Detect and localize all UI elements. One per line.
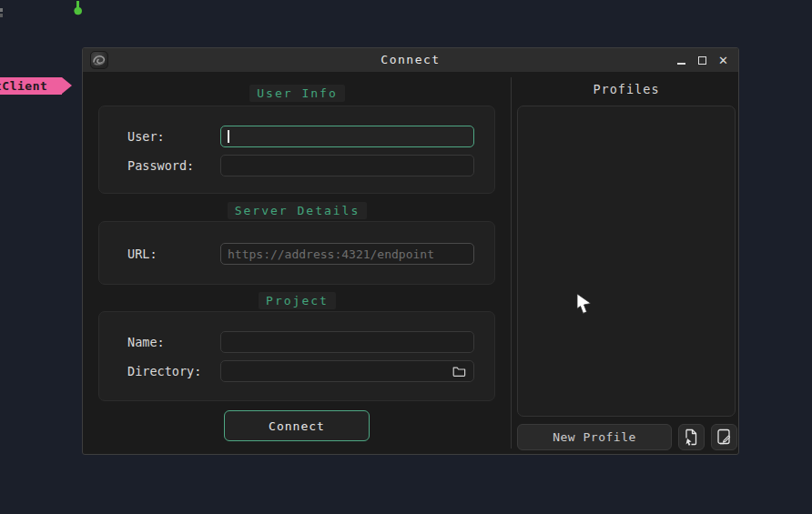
user-info-group: User: Password:: [98, 106, 495, 194]
section-header-project: Project: [83, 294, 512, 307]
window-body: User Info User: Password:: [83, 72, 738, 454]
minimize-icon[interactable]: [675, 53, 688, 67]
desktop: tClient Connect ✕: [0, 0, 812, 514]
terminal-prompt: tClient: [0, 77, 72, 95]
password-label: Password:: [127, 158, 220, 173]
pointer-cursor: [576, 293, 594, 320]
user-input[interactable]: [220, 126, 474, 147]
password-input[interactable]: [220, 155, 474, 176]
folder-icon[interactable]: [451, 363, 467, 379]
prompt-segment: tClient: [0, 77, 62, 95]
profiles-list[interactable]: [517, 106, 736, 417]
url-label: URL:: [127, 247, 220, 261]
directory-input-field[interactable]: [228, 365, 451, 378]
terminal-artifact: [0, 8, 3, 12]
panel-divider: [511, 77, 512, 448]
project-name-input-field[interactable]: [228, 336, 467, 349]
password-input-field[interactable]: [228, 159, 467, 173]
connection-form: User Info User: Password:: [83, 72, 512, 454]
directory-label: Directory:: [127, 364, 220, 378]
section-header-user-info: User Info: [83, 86, 512, 100]
url-input[interactable]: [220, 243, 474, 265]
file-select-icon[interactable]: [678, 424, 705, 450]
server-details-group: URL:: [98, 221, 495, 285]
new-profile-button[interactable]: New Profile: [517, 424, 672, 450]
powerline-arrow-icon: [62, 77, 72, 94]
window-title: Connect: [83, 48, 738, 72]
url-input-field[interactable]: [228, 247, 467, 261]
project-name-input[interactable]: [220, 331, 474, 353]
close-icon[interactable]: ✕: [716, 53, 730, 67]
window-controls: ✕: [675, 48, 730, 72]
profiles-header: Profiles: [517, 82, 736, 96]
git-branch-icon: [74, 1, 82, 19]
profiles-footer: New Profile: [517, 424, 737, 450]
section-header-server-details: Server Details: [83, 204, 512, 217]
directory-input[interactable]: [220, 360, 474, 382]
connect-window: Connect ✕ User Info User:: [82, 47, 739, 455]
name-label: Name:: [127, 335, 220, 349]
text-caret: [228, 130, 229, 143]
user-input-field[interactable]: [231, 130, 468, 144]
user-label: User:: [127, 129, 220, 144]
connect-button[interactable]: Connect: [224, 410, 370, 441]
project-group: Name: Directory:: [98, 311, 495, 401]
titlebar[interactable]: Connect ✕: [83, 48, 738, 72]
file-edit-icon[interactable]: [711, 424, 737, 450]
maximize-icon[interactable]: [695, 53, 709, 67]
prompt-text: tClient: [0, 77, 47, 95]
